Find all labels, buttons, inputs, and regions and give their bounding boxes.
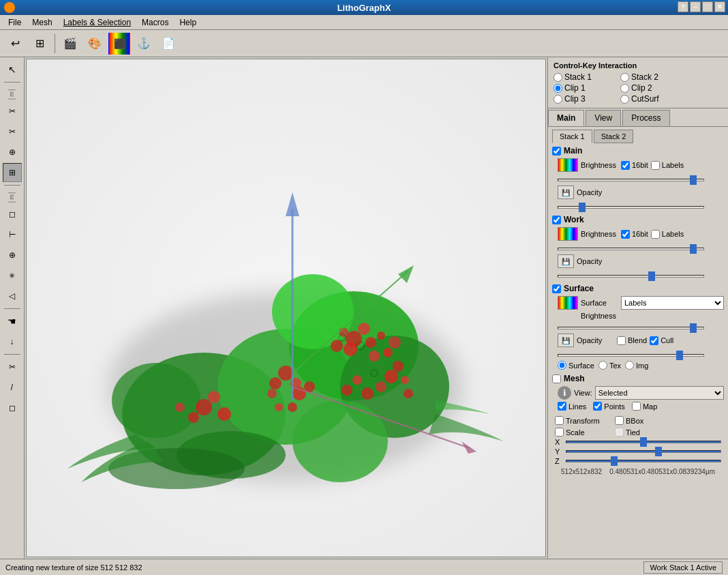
main-opacity-slider-row [552,201,724,211]
ctrl-stack1-radio[interactable] [553,73,562,82]
tool-rect[interactable]: ◻ [3,205,22,224]
ctrl-stack2-label: Stack 2 [631,72,658,82]
ctrl-stack2-radio[interactable] [620,73,629,82]
svg-marker-49 [461,441,476,454]
main-brightness-slider[interactable] [558,179,704,181]
work-labels-checkbox[interactable] [651,230,660,239]
help-button[interactable]: ? [678,1,688,12]
tab-process[interactable]: Process [622,110,669,126]
main-save-btn[interactable]: 💾 [558,186,574,199]
work-color-swatch[interactable] [558,227,578,241]
menu-mesh[interactable]: Mesh [27,16,57,29]
sub-tab-stack1[interactable]: Stack 1 [552,130,592,143]
ctrl-cutsurf-radio[interactable] [620,95,629,104]
tool-back[interactable]: ◁ [3,286,22,306]
toolbar-color[interactable]: ⬛ [108,33,130,55]
mesh-map-checkbox[interactable] [632,402,641,411]
tool-star[interactable]: ✳ [3,266,22,285]
menu-labels[interactable]: Labels & Selection [58,16,136,29]
surface-tex-radio[interactable] [598,361,607,370]
mesh-lines-checkbox[interactable] [558,402,566,411]
z-slider[interactable] [566,460,721,462]
ctrl-clip2-radio[interactable] [620,84,629,93]
tool-add[interactable]: ⊕ [3,143,22,162]
work-16bit-checkbox[interactable] [621,230,630,239]
ctrl-cutsurf-item: CutSurf [620,94,682,104]
surface-save-btn[interactable]: 💾 [558,334,574,347]
surface-type-label: Surface [581,299,618,307]
minimize-button[interactable]: ─ [690,1,701,12]
window-controls: ? ─ □ ✕ [678,1,725,12]
tied-checkbox[interactable] [615,428,624,437]
work-brightness-slider[interactable] [558,248,704,250]
close-button[interactable]: ✕ [714,1,725,12]
surface-color-swatch[interactable] [558,296,578,310]
toolbar-undo[interactable]: ↩ [4,33,26,55]
maximize-button[interactable]: □ [702,1,713,12]
main-16bit-checkbox[interactable] [621,161,630,170]
surface-cull-checkbox[interactable] [650,336,658,345]
scale-checkbox[interactable] [555,428,564,437]
tool-erase[interactable]: ◻ [3,398,22,417]
tools-label-2: │m│ [9,191,16,204]
main-content: ↖ │m│ ✂ ✂ ⊕ ⊞ │m│ ◻ ⊢ ⊕ ✳ ◁ ☚ ↓ ✂ / ◻ [0,57,728,559]
surface-blend-checkbox[interactable] [617,336,626,345]
transform-checkbox[interactable] [555,416,564,425]
surface-img-radio[interactable] [625,361,634,370]
tool-select[interactable]: ↖ [3,60,22,79]
tool-slash[interactable]: / [3,378,22,397]
mesh-section: Mesh ℹ View: Selected All Lines [552,374,724,411]
menu-macros[interactable]: Macros [136,16,174,29]
svg-point-28 [278,366,293,381]
sub-tab-stack2[interactable]: Stack 2 [594,130,634,143]
tab-main[interactable]: Main [548,110,584,126]
transform-label: Transform [566,417,600,425]
mesh-view-select[interactable]: Selected All [595,386,724,400]
menu-file[interactable]: File [3,16,27,29]
tool-cut1[interactable]: ✂ [3,102,22,121]
mesh-points-checkbox[interactable] [593,402,602,411]
surface-blend-item: Blend [617,336,647,345]
svg-point-26 [352,375,362,385]
work-opacity-slider[interactable] [558,275,704,278]
toolbar-anchor[interactable]: ⚓ [133,33,155,55]
surface-opacity-slider[interactable] [558,354,704,357]
svg-point-21 [401,376,409,384]
tool-cut2[interactable]: ✂ [3,122,22,141]
tool-down[interactable]: ↓ [3,332,22,351]
main-brightness-row: Brightness 16bit Labels [552,158,724,172]
tool-hand[interactable]: ☚ [3,312,22,331]
menu-bar: File Mesh Labels & Selection Macros Help [0,15,728,30]
tool-active[interactable]: ⊞ [3,163,22,182]
work-section-header: Work [552,215,724,224]
ctrl-clip1-radio[interactable] [553,84,562,93]
main-opacity-slider[interactable] [558,206,704,209]
tool-scissors[interactable]: ✂ [3,357,22,377]
mesh-section-checkbox[interactable] [552,374,561,383]
bbox-checkbox[interactable] [615,416,624,425]
tab-view[interactable]: View [586,110,621,126]
surface-type-select[interactable]: Labels Texture [621,296,724,310]
svg-point-15 [331,340,343,352]
tool-plus[interactable]: ⊕ [3,246,22,265]
main-labels-checkbox[interactable] [651,161,660,170]
surface-section-checkbox[interactable] [552,284,561,293]
surface-type-row: Surface Labels Texture [552,296,724,310]
main-section-checkbox[interactable] [552,147,561,156]
tool-transform[interactable]: ⊢ [3,225,22,244]
x-slider[interactable] [566,441,721,443]
toolbar-new[interactable]: 📄 [157,33,179,55]
surface-brightness-slider[interactable] [558,327,704,329]
work-section-checkbox[interactable] [552,216,561,224]
toolbar-stack[interactable]: ⊞ [29,33,50,55]
ctrl-clip3-radio[interactable] [553,95,562,104]
toolbar-movie[interactable]: 🎬 [59,33,81,55]
svg-point-33 [304,381,315,392]
menu-help[interactable]: Help [174,16,202,29]
work-save-btn[interactable]: 💾 [558,254,574,268]
surface-surface-radio[interactable] [558,361,566,370]
main-color-swatch[interactable] [558,158,578,172]
y-slider[interactable] [566,450,721,453]
toolbar-palette[interactable]: 🎨 [84,33,106,55]
mesh-view-row: ℹ View: Selected All [552,386,724,400]
